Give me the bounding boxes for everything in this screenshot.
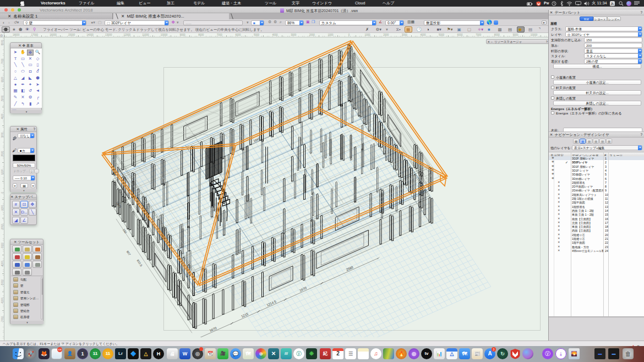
svg-text:1670: 1670 xyxy=(299,286,307,292)
svg-text:910.5: 910.5 xyxy=(136,259,143,267)
svg-text:1670: 1670 xyxy=(209,326,217,332)
svg-text:2580: 2580 xyxy=(346,265,354,271)
svg-text:907: 907 xyxy=(126,250,132,256)
